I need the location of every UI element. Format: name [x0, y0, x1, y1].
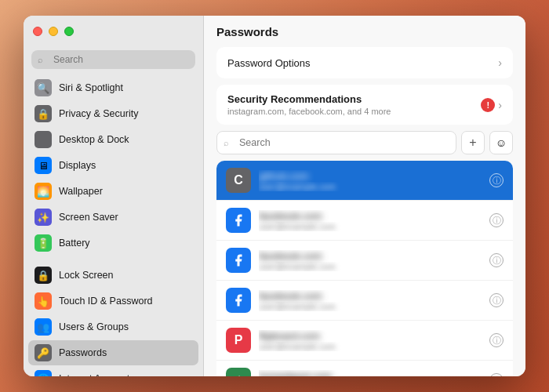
pw-domain-0: github.com — [259, 170, 482, 182]
pw-user-4: user@example.com — [259, 342, 482, 351]
pw-domain-2: facebook.com — [259, 250, 482, 262]
sidebar-label-privacy-security: Privacy & Security — [59, 108, 138, 119]
page-title: Passwords — [216, 25, 278, 38]
sidebar-item-privacy-security[interactable]: 🔒 Privacy & Security — [28, 101, 198, 126]
search-icon: ⌕ — [224, 138, 229, 147]
pw-info-button-2[interactable]: ⓘ — [489, 253, 504, 267]
sidebar-label-passwords: Passwords — [59, 347, 107, 358]
sidebar-item-battery[interactable]: 🔋 Battery — [28, 230, 198, 256]
pw-info-button-1[interactable]: ⓘ — [489, 213, 504, 227]
sidebar-label-siri-spotlight: Siri & Spotlight — [59, 82, 123, 93]
pw-info-1: facebook.com user@example.com — [259, 210, 482, 231]
sidebar-icon-wallpaper: 🌅 — [35, 183, 52, 200]
sidebar-label-wallpaper: Wallpaper — [59, 186, 103, 197]
sidebar-label-touch-id: Touch ID & Password — [59, 296, 153, 307]
pw-domain-1: facebook.com — [259, 210, 482, 222]
sidebar-item-desktop-dock[interactable]: Desktop & Dock — [28, 127, 198, 152]
main-titlebar: Passwords — [204, 16, 525, 47]
password-options-row[interactable]: Password Options › — [216, 47, 513, 78]
pw-info-5: homedepot.com user@example.com — [259, 370, 482, 377]
sidebar-search-icon: ⌕ — [38, 55, 43, 64]
add-password-button[interactable]: + — [461, 131, 485, 154]
sidebar-search-container: ⌕ — [31, 50, 195, 69]
sidebar: ⌕ 🔍 Siri & Spotlight 🔒 Privacy & Securit… — [24, 16, 204, 376]
sidebar-icon-desktop-dock — [35, 131, 52, 148]
sidebar-label-displays: Displays — [59, 160, 96, 171]
password-search-input[interactable] — [216, 131, 456, 154]
warning-badge: ! — [481, 98, 495, 112]
security-recommendations-row[interactable]: Security Recommendations instagram.com, … — [216, 85, 513, 125]
pw-user-2: user@example.com — [259, 262, 482, 271]
sidebar-item-passwords[interactable]: 🔑 Passwords — [28, 340, 198, 365]
pw-user-0: user@example.com — [259, 182, 482, 191]
pw-user-3: user@example.com — [259, 302, 482, 311]
pw-domain-4: flipboard.com — [259, 330, 482, 342]
close-button[interactable] — [33, 27, 42, 36]
minimize-button[interactable] — [49, 27, 58, 36]
password-item-0[interactable]: C github.com user@example.com ⓘ — [216, 161, 513, 201]
chevron-icon: › — [498, 99, 502, 111]
search-row: ⌕ + ☺ — [216, 131, 513, 154]
password-options-label: Password Options — [227, 57, 311, 69]
sidebar-icon-screen-saver: ✨ — [35, 209, 52, 226]
pw-info-2: facebook.com user@example.com — [259, 250, 482, 271]
sidebar-item-internet-accounts[interactable]: 🌐 Internet Accounts — [28, 366, 198, 376]
sidebar-label-lock-screen: Lock Screen — [59, 270, 113, 281]
security-sub: instagram.com, facebook.com, and 4 more — [227, 107, 481, 116]
password-item-3[interactable]: facebook.com user@example.com ⓘ — [216, 281, 513, 321]
password-list: C github.com user@example.com ⓘ facebook… — [216, 161, 513, 376]
security-title: Security Recommendations — [227, 93, 481, 105]
sidebar-icon-internet-accounts: 🌐 — [35, 370, 52, 376]
sidebar-item-displays[interactable]: 🖥 Displays — [28, 153, 198, 178]
search-box: ⌕ — [216, 131, 456, 154]
sidebar-icon-users-groups: 👥 — [35, 318, 52, 336]
pw-info-4: flipboard.com user@example.com — [259, 330, 482, 351]
password-item-4[interactable]: P flipboard.com user@example.com ⓘ — [216, 321, 513, 361]
sidebar-label-users-groups: Users & Groups — [59, 321, 129, 332]
sidebar-icon-siri-spotlight: 🔍 — [35, 79, 52, 96]
security-info: Security Recommendations instagram.com, … — [227, 93, 481, 116]
pw-domain-3: facebook.com — [259, 290, 482, 302]
system-preferences-window: ⌕ 🔍 Siri & Spotlight 🔒 Privacy & Securit… — [24, 16, 525, 376]
pw-info-0: github.com user@example.com — [259, 170, 482, 191]
pw-info-button-0[interactable]: ⓘ — [489, 173, 504, 187]
sidebar-item-screen-saver[interactable]: ✨ Screen Saver — [28, 205, 198, 230]
pw-info-button-4[interactable]: ⓘ — [489, 333, 504, 347]
emoji-button[interactable]: ☺ — [489, 131, 513, 154]
sidebar-icon-battery: 🔋 — [35, 234, 52, 252]
security-right: ! › — [481, 98, 502, 112]
pw-domain-5: homedepot.com — [259, 370, 482, 377]
chevron-icon: › — [498, 56, 502, 69]
maximize-button[interactable] — [64, 27, 74, 36]
password-item-5[interactable]: ✦ homedepot.com user@example.com ⓘ — [216, 361, 513, 376]
sidebar-icon-passwords: 🔑 — [35, 344, 52, 361]
sidebar-icon-privacy-security: 🔒 — [35, 105, 52, 122]
sidebar-icon-lock-screen: 🔒 — [35, 267, 52, 284]
sidebar-icon-displays: 🖥 — [35, 157, 52, 174]
sidebar-label-desktop-dock: Desktop & Dock — [59, 134, 129, 145]
sidebar-item-users-groups[interactable]: 👥 Users & Groups — [28, 314, 198, 339]
sidebar-search-input[interactable] — [31, 50, 195, 69]
sidebar-icon-touch-id: 👆 — [35, 292, 52, 310]
sidebar-item-siri-spotlight[interactable]: 🔍 Siri & Spotlight — [28, 75, 198, 100]
sidebar-list: 🔍 Siri & Spotlight 🔒 Privacy & Security … — [24, 75, 203, 376]
pw-info-button-5[interactable]: ⓘ — [489, 373, 504, 376]
sidebar-item-touch-id[interactable]: 👆 Touch ID & Password — [28, 289, 198, 314]
sidebar-item-wallpaper[interactable]: 🌅 Wallpaper — [28, 179, 198, 204]
sidebar-item-lock-screen[interactable]: 🔒 Lock Screen — [28, 263, 198, 288]
main-content: Password Options › Security Recommendati… — [204, 47, 525, 376]
pw-user-1: user@example.com — [259, 222, 482, 231]
sidebar-label-internet-accounts: Internet Accounts — [59, 373, 135, 376]
main-panel: Passwords Password Options › Security Re… — [204, 16, 525, 376]
sidebar-label-screen-saver: Screen Saver — [59, 212, 118, 223]
password-item-2[interactable]: facebook.com user@example.com ⓘ — [216, 241, 513, 281]
pw-info-3: facebook.com user@example.com — [259, 290, 482, 311]
titlebar — [24, 16, 203, 47]
sidebar-label-battery: Battery — [59, 238, 90, 249]
pw-info-button-3[interactable]: ⓘ — [489, 293, 504, 307]
password-item-1[interactable]: facebook.com user@example.com ⓘ — [216, 201, 513, 241]
